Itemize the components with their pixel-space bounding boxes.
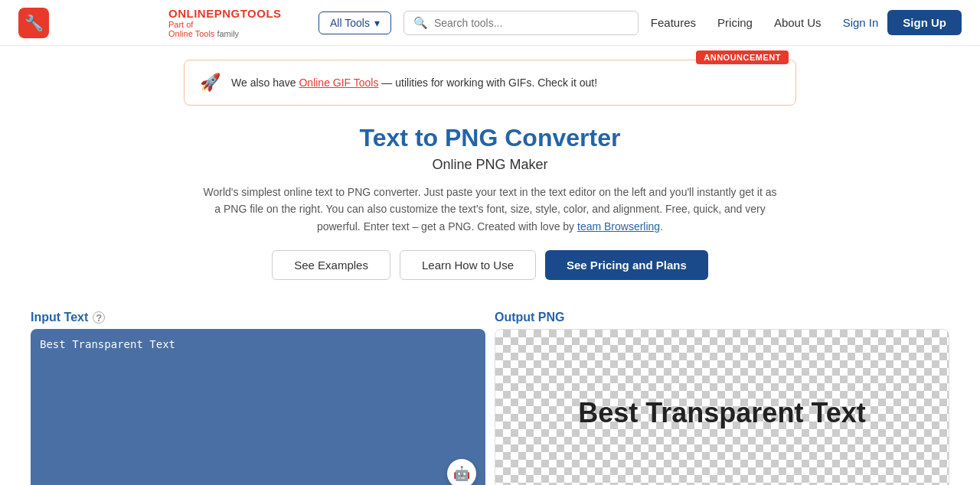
robot-icon: 🤖 (453, 465, 470, 482)
help-icon[interactable]: ? (93, 311, 105, 324)
png-preview: Best Transparent Text (495, 329, 949, 485)
logo-icon: 🔧 (18, 8, 49, 38)
logo-text: ONLINEPNGTOOLS Part of Online Tools fami… (168, 7, 306, 38)
sign-up-button[interactable]: Sign Up (887, 10, 962, 35)
search-box: 🔍 (403, 11, 639, 35)
announcement-text: We also have Online GIF Tools — utilitie… (231, 76, 597, 89)
pricing-button[interactable]: See Pricing and Plans (545, 250, 708, 280)
output-label: Output PNG (495, 311, 949, 324)
nav: Features Pricing About Us (651, 16, 822, 29)
auth-buttons: Sign In Sign Up (843, 10, 962, 35)
editor-section: Input Text ? Best Transparent Text 🤖 Out… (15, 311, 965, 485)
search-icon: 🔍 (413, 16, 428, 30)
output-panel: Output PNG Best Transparent Text (495, 311, 949, 485)
all-tools-label: All Tools (330, 17, 370, 29)
ai-assist-button[interactable]: 🤖 (447, 459, 476, 485)
nav-pricing[interactable]: Pricing (717, 16, 753, 29)
hero-section: Text to PNG Converter Online PNG Maker W… (0, 106, 980, 311)
gif-tools-link[interactable]: Online GIF Tools (299, 76, 378, 89)
input-panel: Input Text ? Best Transparent Text 🤖 (31, 311, 485, 485)
page-description: World's simplest online text to PNG conv… (199, 184, 781, 235)
examples-button[interactable]: See Examples (272, 250, 390, 280)
learn-button[interactable]: Learn How to Use (400, 250, 536, 280)
all-tools-button[interactable]: All Tools ▾ (318, 11, 391, 34)
sign-in-button[interactable]: Sign In (843, 16, 879, 29)
logo-subtitle: Part of Online Tools family (168, 20, 306, 38)
input-label: Input Text ? (31, 311, 485, 324)
chevron-down-icon: ▾ (374, 17, 380, 29)
announcement-box: 🚀 We also have Online GIF Tools — utilit… (184, 60, 796, 106)
page-title: Text to PNG Converter (18, 124, 962, 152)
search-input[interactable] (434, 17, 629, 29)
preview-text: Best Transparent Text (578, 397, 865, 429)
header: 🔧 ONLINEPNGTOOLS Part of Online Tools fa… (0, 0, 980, 46)
logo[interactable]: 🔧 (18, 8, 156, 38)
logo[interactable]: ONLINEPNGTOOLS (168, 7, 306, 20)
nav-features[interactable]: Features (651, 16, 696, 29)
text-editor[interactable]: Best Transparent Text 🤖 (31, 329, 485, 485)
rocket-icon: 🚀 (200, 73, 220, 93)
online-tools-link[interactable]: Online Tools (168, 29, 214, 38)
announcement-wrapper: ANNOUNCEMENT 🚀 We also have Online GIF T… (184, 60, 796, 106)
team-link[interactable]: team Browserling (577, 220, 660, 233)
nav-about[interactable]: About Us (774, 16, 822, 29)
logo[interactable]: Part of (168, 20, 306, 29)
editor-content: Best Transparent Text (40, 338, 476, 350)
logo-title: ONLINEPNGTOOLS (168, 7, 282, 20)
announcement-badge: ANNOUNCEMENT (696, 50, 789, 64)
action-buttons: See Examples Learn How to Use See Pricin… (18, 250, 962, 280)
page-subtitle: Online PNG Maker (18, 157, 962, 173)
